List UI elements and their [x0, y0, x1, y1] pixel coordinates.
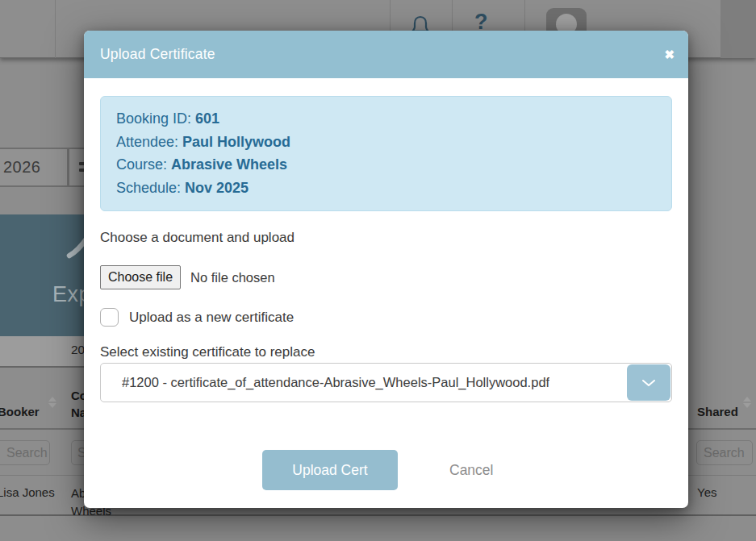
course-row: Course: Abrasive Wheels: [116, 153, 656, 177]
upload-cert-button[interactable]: Upload Cert: [262, 450, 398, 490]
booking-id-label: Booking ID:: [116, 110, 195, 127]
modal-actions: Upload Cert Cancel: [100, 450, 672, 490]
booking-id-value: 601: [195, 110, 219, 127]
column-header-booker[interactable]: Booker: [0, 405, 40, 418]
course-value: Abrasive Wheels: [171, 156, 287, 173]
booking-id-row: Booking ID: 601: [116, 107, 656, 131]
file-input-row: Choose file No file chosen: [100, 265, 672, 289]
existing-certificate-value: #1200 - certificate_of_attendance-Abrasi…: [122, 375, 549, 390]
choose-document-label: Choose a document and upload: [100, 230, 672, 247]
sort-up-arrow: [743, 397, 751, 402]
attendee-row: Attendee: Paul Hollywood: [116, 131, 656, 154]
attendee-label: Attendee:: [116, 134, 182, 150]
year-filter[interactable]: 2026: [0, 148, 69, 187]
sort-down-arrow: [743, 403, 751, 408]
existing-certificate-select[interactable]: #1200 - certificate_of_attendance-Abrasi…: [100, 363, 672, 402]
choose-file-button[interactable]: Choose file: [100, 265, 181, 289]
upload-certificate-modal: Upload Certificate ✖ Booking ID: 601 Att…: [84, 31, 688, 508]
chevron-down-icon[interactable]: [627, 364, 670, 401]
file-status-text: No file chosen: [190, 270, 275, 285]
year-filter-value: 2026: [3, 158, 41, 177]
modal-header: Upload Certificate ✖: [84, 31, 688, 78]
schedule-value: Nov 2025: [185, 180, 249, 196]
replace-select-label: Select existing certificate to replace: [100, 344, 672, 360]
schedule-label: Schedule:: [116, 180, 185, 196]
search-input-shared[interactable]: [696, 440, 753, 465]
course-label: Course:: [116, 156, 171, 173]
attendee-value: Paul Hollywood: [182, 134, 290, 150]
new-certificate-checkbox[interactable]: [100, 308, 119, 327]
booking-info-panel: Booking ID: 601 Attendee: Paul Hollywood…: [100, 96, 672, 211]
topbar-divider: [55, 0, 56, 58]
page: ? 2026 Exp 20 Booker Course Name Shared …: [0, 0, 756, 541]
subheader-text-fragment: 20: [71, 343, 85, 357]
modal-body: Booking ID: 601 Attendee: Paul Hollywood…: [84, 96, 688, 490]
schedule-row: Schedule: Nov 2025: [116, 177, 656, 200]
table-cell-booker: Lisa Jones: [0, 485, 55, 499]
cancel-button[interactable]: Cancel: [449, 462, 493, 479]
sort-down-arrow: [48, 403, 56, 408]
sort-icon[interactable]: [48, 397, 56, 408]
table-cell-shared: Yes: [697, 485, 716, 499]
new-certificate-row: Upload as a new certificate: [100, 308, 672, 327]
sort-up-arrow: [48, 397, 56, 402]
close-icon[interactable]: ✖: [664, 31, 675, 78]
column-header-shared[interactable]: Shared: [697, 405, 738, 418]
search-input-booker[interactable]: [0, 440, 50, 465]
new-certificate-label: Upload as a new certificate: [129, 310, 294, 326]
sort-icon[interactable]: [743, 397, 751, 408]
topbar-right-panel: [720, 0, 756, 58]
modal-title: Upload Certificate: [100, 46, 215, 63]
